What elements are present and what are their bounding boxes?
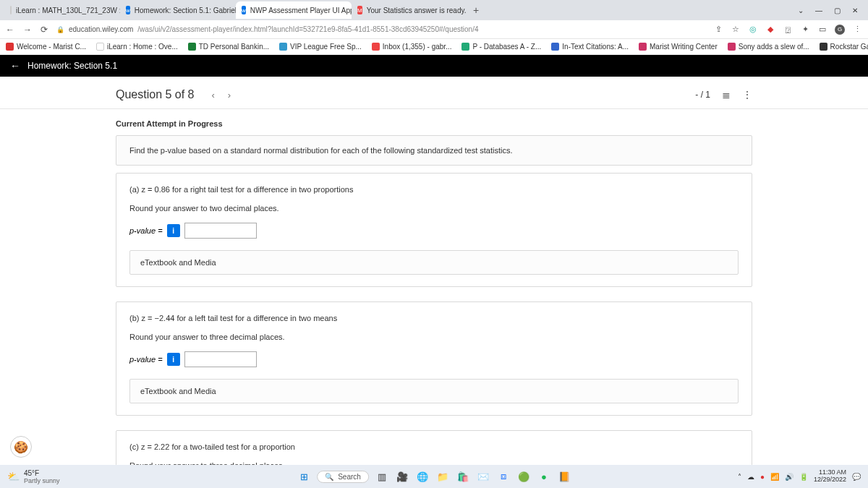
favicon-icon: M — [357, 6, 362, 14]
kebab-icon[interactable]: ⋮ — [852, 25, 862, 35]
ext-icon[interactable]: ◎ — [748, 25, 758, 35]
bookmark-icon — [96, 43, 104, 51]
window-icon[interactable]: ▭ — [817, 25, 827, 35]
bookmark-label: Marist Writing Center — [650, 43, 718, 51]
lock-icon: 🔒 — [56, 26, 64, 33]
system-tray: ˄ ☁ ● 📶 🔊 🔋 11:30 AM 12/29/2022 💬 — [738, 469, 861, 484]
url-display[interactable]: 🔒 education.wiley.com/was/ui/v2/assessme… — [56, 25, 478, 33]
part-hint: Round your answer to three decimal place… — [129, 333, 739, 341]
app-icon[interactable]: 🎥 — [395, 469, 409, 484]
prev-question-button[interactable]: ‹ — [212, 90, 215, 100]
bookmark-item[interactable]: Sony adds a slew of... — [728, 43, 809, 51]
puzzle-icon[interactable]: ✦ — [800, 25, 810, 35]
ext-icon[interactable]: ⍰ — [783, 25, 793, 35]
bookmark-label: Sony adds a slew of... — [739, 43, 809, 51]
volume-icon[interactable]: 🔊 — [785, 473, 793, 481]
bookmark-icon — [728, 43, 736, 51]
minimize-button[interactable]: — — [815, 7, 822, 14]
bookmark-label: VIP League Free Sp... — [290, 43, 362, 51]
next-question-button[interactable]: › — [228, 90, 231, 100]
info-icon[interactable]: i — [167, 353, 180, 366]
part-text: (b) z = −2.44 for a left tail test for a… — [129, 314, 739, 322]
cookie-settings-button[interactable]: 🍪 — [10, 436, 32, 458]
back-button[interactable]: ← — [6, 25, 14, 35]
bookmark-item[interactable]: iLearn : Home : Ove... — [96, 43, 178, 51]
tab-title: NWP Assessment Player UI Appl — [250, 7, 352, 14]
bookmark-item[interactable]: TD Personal Bankin... — [188, 43, 269, 51]
bookmarks-bar: Welcome - Marist C... iLearn : Home : Ov… — [0, 39, 868, 55]
favicon-icon: w — [126, 6, 130, 14]
notifications-icon[interactable]: 💬 — [852, 473, 861, 481]
etextbook-media-button[interactable]: eTextbook and Media — [129, 250, 739, 275]
bookmark-item[interactable]: Rockstar Games an... — [820, 43, 868, 51]
bookmark-icon — [279, 43, 287, 51]
browser-tab[interactable]: M Your Statistics answer is ready. - × — [352, 1, 467, 19]
browser-tab-active[interactable]: w NWP Assessment Player UI Appl × — [236, 1, 352, 19]
profile-avatar[interactable]: G — [835, 25, 845, 35]
dropbox-icon[interactable]: ⧈ — [496, 469, 511, 484]
wifi-icon[interactable]: 📶 — [770, 473, 779, 481]
bookmark-icon — [820, 43, 827, 51]
new-tab-button[interactable]: + — [467, 4, 485, 16]
bookmark-item[interactable]: P - Databases A - Z... — [461, 43, 541, 51]
question-toolbar: Question 5 of 8 ‹ › - / 1 ≣ ⋮ — [116, 85, 752, 108]
mail-icon[interactable]: ✉️ — [476, 469, 490, 484]
tab-title: Your Statistics answer is ready. - — [367, 7, 467, 14]
close-window-button[interactable]: ✕ — [852, 7, 858, 14]
more-icon[interactable]: ⋮ — [742, 89, 752, 100]
part-hint: Round your answer to two decimal places. — [129, 204, 739, 213]
bookmark-item[interactable]: Marist Writing Center — [639, 43, 718, 51]
windows-taskbar: ⛅ 45°F Partly sunny ⊞ 🔍 Search ▥ 🎥 🌐 📁 🛍… — [0, 465, 868, 488]
tray-icon[interactable]: ● — [760, 473, 765, 481]
spotify-icon[interactable]: ● — [537, 469, 551, 484]
window-controls: ⌄ — ▢ ✕ — [798, 7, 864, 14]
question-prompt: Find the p-value based on a standard nor… — [116, 135, 752, 166]
taskbar-search[interactable]: 🔍 Search — [317, 471, 369, 483]
bookmark-item[interactable]: In-Text Citations: A... — [551, 43, 629, 51]
assignment-title: Homework: Section 5.1 — [27, 61, 117, 71]
start-button[interactable]: ⊞ — [297, 469, 311, 484]
bookmark-item[interactable]: VIP League Free Sp... — [279, 43, 362, 51]
etextbook-media-button[interactable]: eTextbook and Media — [129, 379, 739, 403]
chevron-up-icon[interactable]: ˄ — [738, 473, 741, 481]
bookmark-item[interactable]: Inbox (1,355) - gabr... — [372, 43, 452, 51]
task-view-icon[interactable]: ▥ — [375, 469, 389, 484]
chevron-down-icon[interactable]: ⌄ — [798, 7, 804, 14]
address-bar: ← → ⟳ 🔒 education.wiley.com/was/ui/v2/as… — [0, 20, 868, 39]
bookmark-item[interactable]: Welcome - Marist C... — [6, 43, 86, 51]
store-icon[interactable]: 🛍️ — [456, 469, 470, 484]
reload-button[interactable]: ⟳ — [41, 25, 48, 35]
url-host: education.wiley.com — [69, 25, 133, 33]
favicon-icon: w — [242, 6, 246, 14]
battery-icon[interactable]: 🔋 — [799, 473, 808, 481]
star-icon[interactable]: ☆ — [731, 25, 741, 35]
browser-tab[interactable]: iLearn : MATH_130L_721_23W : S × — [4, 1, 120, 19]
back-arrow-icon[interactable]: ← — [10, 60, 20, 72]
weather-widget[interactable]: ⛅ 45°F Partly sunny — [7, 469, 60, 484]
bookmark-icon — [188, 43, 196, 51]
browser-tab-strip: iLearn : MATH_130L_721_23W : S × w Homew… — [0, 0, 868, 20]
answer-input[interactable] — [184, 223, 257, 239]
browser-tab[interactable]: w Homework: Section 5.1: Gabriel T × — [120, 1, 236, 19]
ext-icon[interactable]: ◆ — [765, 25, 775, 35]
list-icon[interactable]: ≣ — [722, 89, 731, 100]
part-text: (a) z = 0.86 for a right tail test for a… — [129, 185, 739, 194]
bookmark-label: Inbox (1,355) - gabr... — [383, 43, 452, 51]
edge-icon[interactable]: 🌐 — [415, 469, 430, 484]
app-icon[interactable]: 📙 — [557, 469, 571, 484]
maximize-button[interactable]: ▢ — [834, 7, 841, 14]
content-scroll[interactable]: Question 5 of 8 ‹ › - / 1 ≣ ⋮ Current At… — [0, 77, 868, 465]
weather-cond: Partly sunny — [24, 477, 60, 484]
onedrive-icon[interactable]: ☁ — [747, 473, 754, 481]
forward-button[interactable]: → — [23, 25, 32, 35]
share-icon[interactable]: ⇪ — [713, 25, 723, 35]
part-text: (c) z = 2.22 for a two-tailed test for a… — [129, 442, 739, 451]
chrome-icon[interactable]: 🟢 — [516, 469, 531, 484]
info-icon[interactable]: i — [167, 224, 180, 237]
tab-title: iLearn : MATH_130L_721_23W : S — [16, 7, 120, 14]
clock[interactable]: 11:30 AM 12/29/2022 — [814, 469, 846, 484]
weather-temp: 45°F — [24, 469, 60, 477]
bookmark-icon — [6, 43, 14, 51]
explorer-icon[interactable]: 📁 — [435, 469, 450, 484]
answer-input[interactable] — [184, 351, 257, 367]
